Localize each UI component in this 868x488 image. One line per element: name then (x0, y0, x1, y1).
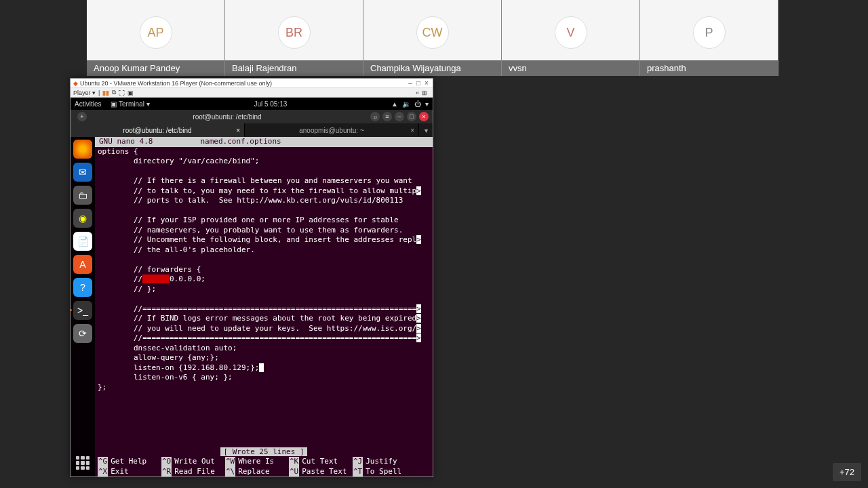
unity-button[interactable]: ▣ (127, 89, 134, 96)
new-tab-button[interactable]: + (77, 112, 87, 121)
nano-shortcut-label: Replace (238, 467, 269, 477)
help-icon[interactable]: ? (73, 278, 92, 297)
participant-name: Anoop Kumar Pandey (87, 60, 224, 76)
maximize-button[interactable]: □ (407, 112, 416, 121)
nano-shortcut-key: ^\ (225, 467, 235, 477)
participants-strip: AP Anoop Kumar Pandey BR Balaji Rajendra… (87, 0, 778, 76)
avatar: BR (278, 16, 311, 49)
participant-name: vvsn (502, 60, 639, 76)
nano-header: GNU nano 4.8 named.conf.options (95, 137, 433, 147)
writer-icon[interactable]: 📄 (73, 232, 92, 251)
nano-filename: named.conf.options (200, 137, 281, 147)
nano-shortcut-key: ^G (98, 457, 108, 467)
close-button[interactable]: × (423, 79, 430, 87)
nano-shortcut-label: Exit (111, 467, 129, 477)
participant-name: Balaji Rajendran (225, 60, 363, 76)
terminal-tab[interactable]: anoopmis@ubuntu: ~ × (245, 123, 419, 137)
app-menu[interactable]: ▣ Terminal ▾ (111, 100, 149, 108)
vmware-window: ◆ Ubuntu 20 - VMware Workstation 16 Play… (70, 78, 433, 477)
nano-version: GNU nano 4.8 (99, 137, 153, 147)
terminal-icon[interactable]: >_ (73, 301, 92, 320)
vmware-titlebar[interactable]: ◆ Ubuntu 20 - VMware Workstation 16 Play… (71, 79, 433, 88)
vmware-toolbar: Player ▾ | ▮▮ ⧉ ⛶ ▣ « ⊞ (71, 88, 433, 98)
software-icon[interactable]: A (73, 255, 92, 274)
activities-button[interactable]: Activities (75, 100, 101, 108)
nano-shortcut-label: Paste Text (302, 467, 347, 477)
network-icon[interactable]: ▲ (391, 100, 398, 108)
snapshot-button[interactable]: ⧉ (112, 89, 116, 96)
tab-close-icon[interactable]: × (236, 127, 240, 134)
participant-tile[interactable]: AP Anoop Kumar Pandey (87, 0, 225, 76)
avatar: P (693, 16, 726, 49)
tab-label: anoopmis@ubuntu: ~ (299, 127, 364, 134)
terminal-title: root@ubuntu: /etc/bind (87, 113, 368, 121)
tab-close-icon[interactable]: × (410, 127, 414, 134)
nano-shortcut-key: ^T (353, 467, 363, 477)
files-icon[interactable]: 🗀 (73, 186, 92, 205)
gnome-topbar: Activities ▣ Terminal ▾ Jul 5 05:13 ▲ 🔉 … (71, 98, 433, 110)
maximize-button[interactable]: □ (415, 79, 422, 87)
nano-shortcut-key: ^J (353, 457, 363, 467)
participant-tile[interactable]: BR Balaji Rajendran (225, 0, 363, 76)
nano-shortcut-label: Get Help (111, 457, 146, 467)
volume-icon[interactable]: 🔉 (402, 100, 410, 108)
minimize-button[interactable]: – (395, 112, 404, 121)
nano-shortcut-label: Justify (366, 457, 397, 467)
participant-tile[interactable]: P prashanth (640, 0, 778, 76)
participant-tile[interactable]: CW Champika Wijayatunga (363, 0, 502, 76)
terminal-headerbar: + root@ubuntu: /etc/bind ⌕ ≡ – □ × (71, 110, 433, 123)
avatar: AP (140, 16, 172, 49)
participants-overflow-badge[interactable]: +72 (833, 463, 861, 481)
hamburger-menu[interactable]: ≡ (382, 112, 392, 121)
nano-shortcut-label: Write Out (174, 457, 215, 467)
toolbar-icon[interactable]: « (416, 89, 419, 96)
nano-shortcut-key: ^X (98, 467, 108, 477)
nano-footer: ^GGet Help^OWrite Out^WWhere Is^KCut Tex… (95, 457, 433, 476)
toolbar-icon[interactable]: ⊞ (422, 89, 427, 96)
tab-dropdown[interactable]: ▾ (419, 123, 433, 137)
nano-body[interactable]: options { directory "/var/cache/bind"; /… (95, 147, 433, 393)
thunderbird-icon[interactable]: ✉ (73, 163, 92, 182)
nano-shortcut-key: ^O (161, 457, 172, 467)
vm-icon: ◆ (73, 80, 78, 87)
update-icon[interactable]: ⟳ (73, 324, 92, 343)
nano-shortcut-key: ^W (225, 457, 235, 467)
avatar: CW (416, 16, 449, 49)
terminal-tabs: root@ubuntu: /etc/bind × anoopmis@ubuntu… (71, 123, 433, 137)
minimize-button[interactable]: – (407, 79, 414, 87)
avatar: V (555, 16, 587, 49)
show-apps-icon[interactable] (73, 453, 92, 472)
participant-name: prashanth (640, 60, 778, 76)
clock[interactable]: Jul 5 05:13 (150, 100, 391, 108)
participant-name: Champika Wijayatunga (363, 60, 501, 76)
nano-shortcut-label: To Spell (366, 467, 401, 477)
rhythmbox-icon[interactable]: ◉ (73, 209, 92, 228)
participant-tile[interactable]: V vvsn (502, 0, 640, 76)
search-button[interactable]: ⌕ (370, 112, 380, 121)
nano-shortcut-key: ^U (289, 467, 299, 477)
nano-status: [ Wrote 25 lines ] (95, 447, 433, 458)
vmware-title-text: Ubuntu 20 - VMware Workstation 16 Player… (80, 80, 272, 87)
close-button[interactable]: × (419, 112, 429, 121)
pause-button[interactable]: ▮▮ (102, 89, 109, 96)
player-menu[interactable]: Player ▾ (73, 89, 96, 96)
nano-shortcut-label: Where Is (238, 457, 274, 467)
terminal-tab[interactable]: root@ubuntu: /etc/bind × (71, 123, 245, 137)
separator: | (98, 89, 100, 96)
nano-shortcut-label: Cut Text (302, 457, 338, 467)
tab-label: root@ubuntu: /etc/bind (123, 127, 191, 134)
firefox-icon[interactable] (73, 140, 92, 159)
nano-shortcut-key: ^K (289, 457, 299, 467)
ubuntu-dock: ✉ 🗀 ◉ 📄 A ? >_ ⟳ (71, 137, 95, 476)
nano-editor[interactable]: GNU nano 4.8 named.conf.options options … (95, 137, 433, 476)
power-icon[interactable]: ⏻ (414, 100, 421, 108)
nano-shortcut-label: Read File (174, 467, 215, 477)
system-menu-chevron-icon[interactable]: ▾ (425, 100, 429, 108)
nano-shortcut-key: ^R (161, 467, 172, 477)
fullscreen-button[interactable]: ⛶ (119, 89, 125, 96)
